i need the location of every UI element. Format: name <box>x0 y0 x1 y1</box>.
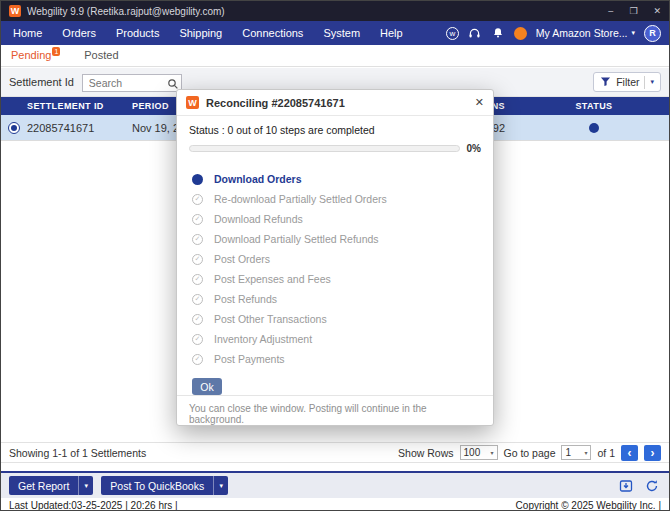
step-check-icon <box>192 354 203 365</box>
progress-percent: 0% <box>467 143 481 154</box>
steps-list: Download Orders Re-download Partially Se… <box>189 169 481 369</box>
step-label: Re-download Partially Settled Orders <box>214 193 387 205</box>
header-settlement-id: SETTLEMENT ID <box>27 101 132 111</box>
showing-text: Showing 1-1 of 1 Settlements <box>9 447 146 459</box>
step-download-refunds: Download Refunds <box>192 209 481 229</box>
bottom-toolbar: Get Report ▾ Post To QuickBooks ▾ <box>1 471 669 498</box>
minimize-icon[interactable]: – <box>608 6 613 16</box>
step-check-icon <box>192 214 203 225</box>
close-icon[interactable]: ✕ <box>475 96 484 109</box>
menu-home[interactable]: Home <box>3 21 52 45</box>
step-check-icon <box>192 314 203 325</box>
row-radio-selected[interactable] <box>8 122 20 134</box>
step-check-icon <box>192 294 203 305</box>
chevron-down-icon: ▾ <box>584 449 587 456</box>
step-label: Inventory Adjustment <box>214 333 312 345</box>
titlebar: W Webgility 9.9 (Reetika.rajput@webgilit… <box>1 1 669 21</box>
menu-products[interactable]: Products <box>106 21 169 45</box>
page-select[interactable]: 1 ▾ <box>561 445 591 460</box>
get-report-label: Get Report <box>9 476 78 495</box>
chevron-down-icon[interactable]: ▾ <box>213 476 228 495</box>
step-check-icon <box>192 234 203 245</box>
go-to-page-label: Go to page <box>504 447 556 459</box>
copyright-text: Copyright © 2025 Webgility Inc. | <box>516 500 661 511</box>
get-report-button[interactable]: Get Report ▾ <box>9 476 93 495</box>
tab-posted[interactable]: Posted <box>84 49 118 66</box>
tab-pending-label: Pending <box>11 49 51 61</box>
header-status: STATUS <box>519 101 669 111</box>
pending-count-badge: 1 <box>52 47 60 56</box>
step-check-icon <box>192 334 203 345</box>
step-post-expenses-and-fees: Post Expenses and Fees <box>192 269 481 289</box>
step-label: Download Partially Settled Refunds <box>214 233 379 245</box>
step-post-refunds: Post Refunds <box>192 289 481 309</box>
close-icon[interactable]: ✕ <box>653 6 661 16</box>
window-controls: – ❒ ✕ <box>608 6 661 16</box>
webgility-logo-icon: W <box>9 5 21 17</box>
menu-orders[interactable]: Orders <box>52 21 106 45</box>
ok-button[interactable]: Ok <box>192 378 222 395</box>
window-title: Webgility 9.9 (Reetika.rajput@webgility.… <box>27 6 225 17</box>
chevron-down-icon: ▾ <box>491 449 494 456</box>
step-inventory-adjustment: Inventory Adjustment <box>192 329 481 349</box>
progress-bar <box>189 145 460 152</box>
step-check-icon <box>192 274 203 285</box>
support-headset-icon[interactable] <box>468 26 482 40</box>
prev-page-button[interactable]: ‹ <box>621 445 638 461</box>
pagination-bar: Showing 1-1 of 1 Settlements Show Rows 1… <box>1 442 669 463</box>
step-label: Post Refunds <box>214 293 277 305</box>
store-selector-label: My Amazon Store... <box>536 27 628 39</box>
step-download-partially-settled-refunds: Download Partially Settled Refunds <box>192 229 481 249</box>
menu-connections[interactable]: Connections <box>232 21 313 45</box>
settlement-id-label: Settlement Id <box>9 76 74 88</box>
notifications-bell-icon[interactable] <box>491 26 505 40</box>
step-post-other-transactions: Post Other Transactions <box>192 309 481 329</box>
post-to-quickbooks-button[interactable]: Post To QuickBooks ▾ <box>101 476 228 495</box>
step-label: Download Refunds <box>214 213 303 225</box>
menu-system[interactable]: System <box>313 21 370 45</box>
menubar: Home Orders Products Shipping Connection… <box>1 21 669 45</box>
step-label: Post Other Transactions <box>214 313 327 325</box>
chevron-down-icon[interactable]: ▾ <box>78 476 93 495</box>
filter-button[interactable]: Filter ▾ <box>593 72 661 92</box>
reconciling-modal: W Reconciling #22085741671 ✕ Status : 0 … <box>176 89 494 426</box>
app-window: W Webgility 9.9 (Reetika.rajput@webgilit… <box>0 0 670 511</box>
menubar-right: w My Amazon Store... ▾ R <box>446 25 667 42</box>
show-rows-select[interactable]: 100 ▾ <box>460 445 498 460</box>
alert-orange-icon[interactable] <box>514 27 527 40</box>
last-updated-text: Last Updated:03-25-2025 | 20:26 hrs | <box>9 500 178 511</box>
show-rows-value: 100 <box>464 447 481 458</box>
statusbar: Last Updated:03-25-2025 | 20:26 hrs | Co… <box>1 498 669 511</box>
assistant-icon[interactable]: w <box>446 27 459 40</box>
export-report-icon[interactable] <box>617 477 635 495</box>
step-check-icon <box>192 194 203 205</box>
chevron-down-icon: ▾ <box>650 78 654 86</box>
tab-pending[interactable]: Pending1 <box>11 49 60 66</box>
store-selector[interactable]: My Amazon Store... ▾ <box>536 27 635 39</box>
cell-settlement-id: 22085741671 <box>27 122 132 134</box>
menu-help[interactable]: Help <box>370 21 413 45</box>
divider <box>644 76 645 89</box>
maximize-icon[interactable]: ❒ <box>629 6 637 16</box>
of-pages-label: of 1 <box>597 447 615 459</box>
post-to-quickbooks-label: Post To QuickBooks <box>101 476 213 495</box>
step-label: Post Orders <box>214 253 270 265</box>
avatar[interactable]: R <box>644 25 661 42</box>
modal-header: W Reconciling #22085741671 ✕ <box>177 90 493 116</box>
modal-footer-note: You can close the window. Posting will c… <box>177 395 493 433</box>
step-post-payments: Post Payments <box>192 349 481 369</box>
step-redownload-partially-settled-orders: Re-download Partially Settled Orders <box>192 189 481 209</box>
step-post-orders: Post Orders <box>192 249 481 269</box>
tabbar: Pending1 Posted <box>1 45 669 67</box>
chevron-down-icon: ▾ <box>631 29 635 37</box>
webgility-logo-icon: W <box>186 96 199 109</box>
next-page-button[interactable]: › <box>644 445 661 461</box>
show-rows-label: Show Rows <box>398 447 453 459</box>
modal-body: Status : 0 out of 10 steps are completed… <box>177 116 493 395</box>
refresh-icon[interactable] <box>643 477 661 495</box>
filter-button-label: Filter <box>616 76 639 88</box>
step-download-orders: Download Orders <box>192 169 481 189</box>
menu-shipping[interactable]: Shipping <box>169 21 232 45</box>
progress-row: 0% <box>189 143 481 154</box>
modal-status-text: Status : 0 out of 10 steps are completed <box>189 124 481 136</box>
